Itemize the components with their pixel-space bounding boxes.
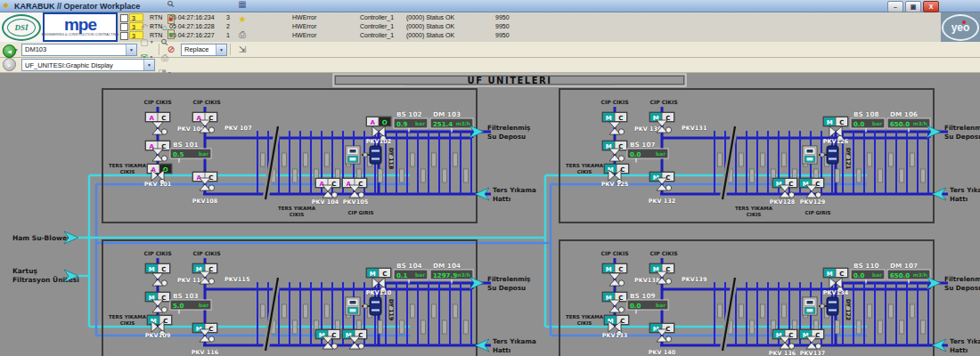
svg-text:BS 107: BS 107 [630, 141, 656, 149]
indicator-pkv110: MC [366, 268, 391, 278]
svg-text:TERS YIKAMA: TERS YIKAMA [566, 314, 604, 320]
svg-text:PKV133: PKV133 [602, 332, 627, 339]
display-combobox[interactable]: UF_UNITESI:Graphic Display ▼ [21, 59, 155, 71]
svg-text:0.5: 0.5 [173, 151, 184, 158]
minimize-button[interactable]: – [887, 1, 903, 12]
display-dm-107: DM 107650.0m3/h [887, 262, 930, 284]
back-icon[interactable]: ◀ [3, 44, 16, 58]
tag-combobox-dropdown-icon[interactable]: ▼ [126, 44, 136, 55]
display-bs-110: BS 1100.0bar [851, 262, 885, 284]
svg-text:0.1: 0.1 [396, 272, 408, 279]
alarm-checkbox[interactable] [120, 23, 128, 31]
uf-unit-2: CIP CIKISCIP CIKISMCPKV 130MCBS 1070.0ba… [559, 89, 980, 222]
svg-text:PKV134: PKV134 [823, 289, 849, 296]
export-icon[interactable]: ⇲ [233, 42, 251, 57]
valve-pkv-106[interactable] [152, 122, 167, 134]
zoom-icon[interactable]: ⚲ [162, 0, 180, 12]
svg-text:Filtrelenmiş: Filtrelenmiş [487, 275, 530, 283]
svg-text:BS 104: BS 104 [396, 262, 422, 270]
svg-text:CIKIS: CIKIS [747, 212, 761, 217]
svg-text:650.0: 650.0 [890, 121, 910, 128]
favorites-icon[interactable]: ★ [233, 12, 251, 27]
alarm-count: 9950 [495, 31, 510, 40]
alarm-source: Controller_1 [360, 13, 394, 22]
svg-text:bar: bar [415, 272, 425, 278]
indicator-pkv138: MC [602, 263, 627, 273]
display-combobox-dropdown-icon[interactable]: ▼ [143, 60, 154, 70]
frame-icon[interactable]: ▢▼ [138, 35, 156, 50]
title-bar: ❖ KARABUK // Operator Workplace – ▣ X [0, 0, 980, 12]
svg-text:PKV110: PKV110 [366, 289, 392, 296]
undo-icon[interactable]: ↶▼ [138, 20, 156, 35]
alarm-source: Controller_1 [360, 31, 394, 40]
alarm-message: (0000) Status OK [406, 13, 454, 22]
alarm-type: HWError [292, 13, 316, 22]
svg-text:DY 122: DY 122 [845, 299, 852, 320]
svg-text:PKV109: PKV109 [145, 332, 171, 339]
svg-text:CIKIS: CIKIS [577, 169, 592, 174]
valve-pkv-130[interactable] [609, 122, 625, 134]
svg-text:0.0: 0.0 [853, 121, 865, 128]
graphic-display: UF UNITELERIHam Su-BlowerKartuşFiltrasyo… [0, 73, 980, 356]
svg-text:Ham Su-Blower: Ham Su-Blower [12, 234, 70, 242]
alarm-checkbox[interactable] [120, 14, 128, 22]
svg-text:DM 103: DM 103 [433, 110, 461, 118]
valve-pkv138[interactable] [609, 273, 625, 286]
replace-combobox[interactable]: Replace ▼ [181, 44, 227, 56]
svg-text:Kartuş: Kartuş [12, 267, 37, 275]
svg-text:bar: bar [199, 151, 208, 157]
svg-text:0.9: 0.9 [396, 121, 408, 128]
uf-unit-1: CIP CIKISCIP CIKISACPKV 106ACBS 1010.5ba… [102, 89, 536, 222]
print-icon[interactable]: ⎙ [233, 27, 251, 42]
svg-text:M: M [606, 266, 612, 273]
restore-button[interactable]: ▣ [905, 1, 921, 12]
svg-text:Ters Yıkama: Ters Yıkama [493, 186, 536, 194]
svg-text:M: M [827, 119, 833, 126]
home-icon[interactable]: ⌂ [156, 20, 174, 35]
svg-text:C: C [618, 266, 623, 273]
alarm-type: HWError [292, 22, 316, 31]
svg-text:A: A [150, 115, 155, 122]
svg-text:C: C [839, 119, 844, 126]
replace-dropdown-icon[interactable]: ▼ [216, 44, 226, 55]
svg-text:PKV 136: PKV 136 [769, 350, 796, 356]
svg-text:PKV 107: PKV 107 [225, 125, 252, 132]
svg-text:BS 109: BS 109 [630, 292, 656, 300]
grid-icon[interactable]: ▦ [233, 0, 251, 12]
svg-text:bar: bar [872, 272, 882, 278]
svg-text:Filtrelenmiş: Filtrelenmiş [487, 124, 530, 132]
valve-pkv-114[interactable] [152, 273, 167, 286]
svg-text:TERS YIKAMA: TERS YIKAMA [566, 163, 604, 168]
uf-unit-3: CIP CIKISCIP CIKISMCPKV 114MCBS 1035.0ba… [102, 240, 536, 356]
svg-text:DM 104: DM 104 [433, 262, 461, 270]
svg-text:Ters Yıkama: Ters Yıkama [950, 337, 980, 345]
svg-text:bar: bar [656, 303, 666, 308]
tag-combobox[interactable]: DM103 ▼ [21, 44, 137, 56]
svg-text:PKV129: PKV129 [800, 198, 826, 206]
svg-text:C: C [208, 174, 213, 182]
svg-text:A: A [371, 119, 376, 126]
svg-text:CIP GIRIS: CIP GIRIS [805, 210, 831, 215]
indicator-pkv102: AO [366, 117, 391, 126]
indicator-pkv126: MC [823, 117, 848, 126]
close-button[interactable]: X [923, 1, 939, 12]
svg-text:CIP CIKIS: CIP CIKIS [144, 250, 172, 256]
find-icon[interactable]: ⚲ [156, 35, 174, 50]
svg-text:PKV108: PKV108 [192, 198, 218, 205]
alarm-count: 9950 [495, 13, 510, 22]
indicator-pkv109: MC [147, 315, 172, 325]
alarm-checkbox[interactable] [120, 32, 128, 40]
yeo-logo-dot [962, 20, 966, 24]
svg-text:PKV131: PKV131 [682, 125, 707, 132]
svg-text:251.4: 251.4 [433, 121, 453, 128]
alarm-type: HWError [292, 31, 316, 40]
mpe-logo: mpe ENGINEERING & CONSTRUCTION CONTRACTI… [43, 12, 118, 42]
svg-text:M: M [827, 271, 833, 278]
alarm-count: 9950 [495, 22, 510, 31]
svg-text:m3/h: m3/h [456, 121, 470, 126]
display-dm-106: DM 106650.0m3/h [887, 110, 930, 133]
display-dm-104: DM 1041297.5m3/h [430, 262, 473, 284]
print-nav-icon[interactable]: ⎙ [156, 50, 174, 65]
forward-icon[interactable]: ▶ [3, 58, 16, 71]
svg-text:0.0: 0.0 [630, 151, 641, 158]
